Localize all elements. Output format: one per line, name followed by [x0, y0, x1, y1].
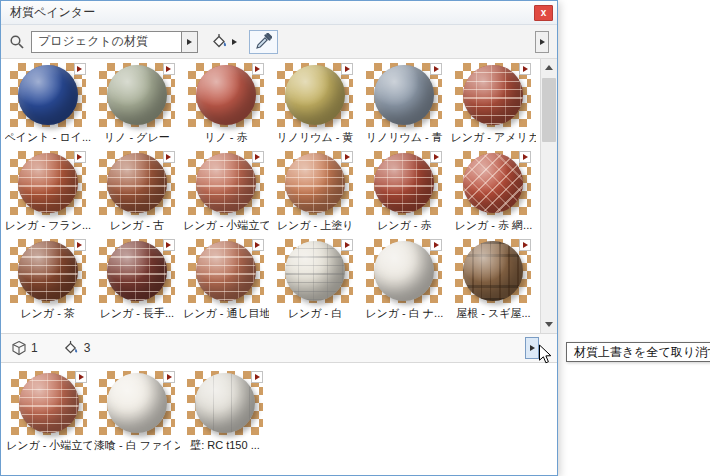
material-corner-flyout-icon[interactable] [519, 63, 531, 75]
material-label: レンガ - 古 [94, 218, 180, 232]
material-sphere [463, 241, 523, 301]
material-label: レンガ - 白 ナ... [361, 306, 447, 320]
material-label: リノリウム - 黄 [272, 130, 358, 144]
material-corner-flyout-icon[interactable] [163, 371, 175, 383]
material-corner-flyout-icon[interactable] [252, 151, 264, 163]
material-item[interactable]: レンガ - フラン... [3, 151, 92, 239]
material-pattern [285, 241, 345, 301]
material-item[interactable]: リノ - グレー [92, 63, 181, 151]
material-item[interactable]: レンガ - 長手... [92, 239, 181, 327]
material-pattern [19, 373, 79, 433]
material-item[interactable]: リノリウム - 青 [360, 63, 449, 151]
search-flyout-button[interactable] [181, 31, 198, 53]
material-item[interactable]: 漆喰 - 白 ファイン [93, 371, 181, 459]
right-arrow-icon [540, 39, 545, 45]
material-sphere [196, 153, 256, 213]
material-thumbnail [99, 371, 175, 435]
material-corner-flyout-icon[interactable] [430, 239, 442, 251]
material-corner-flyout-icon[interactable] [163, 151, 175, 163]
material-label: 屋根 - スギ屋... [450, 306, 536, 320]
material-thumbnail [187, 371, 263, 435]
material-corner-flyout-icon[interactable] [163, 239, 175, 251]
material-item[interactable]: 屋根 - スギ屋... [449, 239, 538, 327]
material-corner-flyout-icon[interactable] [74, 63, 86, 75]
overrides-flyout-button[interactable] [525, 337, 539, 359]
status-bar: 1 3 [1, 333, 557, 363]
material-item[interactable]: レンガ - 白 ナ... [360, 239, 449, 327]
material-corner-flyout-icon[interactable] [519, 151, 531, 163]
material-corner-flyout-icon[interactable] [341, 63, 353, 75]
material-pattern [107, 153, 167, 213]
material-corner-flyout-icon[interactable] [430, 63, 442, 75]
material-pattern [18, 153, 78, 213]
material-label: リノリウム - 青 [361, 130, 447, 144]
material-corner-flyout-icon[interactable] [74, 151, 86, 163]
material-item[interactable]: リノリウム - 黄 [270, 63, 359, 151]
material-thumbnail [99, 63, 175, 127]
bucket-count-icon [62, 340, 80, 356]
scrollbar-track[interactable] [541, 76, 557, 316]
material-pattern [18, 241, 78, 301]
material-corner-flyout-icon[interactable] [251, 371, 263, 383]
material-item[interactable]: レンガ - アメリカ... [449, 63, 538, 151]
dialog-title: 材質ペインター [10, 4, 534, 21]
material-item[interactable]: ペイント - ロイ... [3, 63, 92, 151]
material-corner-flyout-icon[interactable] [163, 63, 175, 75]
titlebar[interactable]: 材質ペインター x [1, 1, 557, 25]
material-pattern [463, 153, 523, 213]
material-thumbnail [10, 151, 86, 215]
material-library: ペイント - ロイ...リノ - グレーリノ - 赤リノリウム - 黄リノリウム… [1, 59, 557, 333]
search-input[interactable] [31, 31, 181, 53]
material-grid: ペイント - ロイ...リノ - グレーリノ - 赤リノリウム - 黄リノリウム… [1, 59, 540, 333]
scrollbar-thumb[interactable] [542, 78, 556, 142]
material-item[interactable]: レンガ - 通し目地 [181, 239, 270, 327]
material-item[interactable]: リノ - 赤 [181, 63, 270, 151]
material-sphere [107, 373, 167, 433]
material-label: レンガ - 長手... [94, 306, 180, 320]
eyedropper-button[interactable] [249, 30, 278, 54]
material-label: リノ - 赤 [183, 130, 269, 144]
material-corner-flyout-icon[interactable] [519, 239, 531, 251]
material-item[interactable]: レンガ - 白 [270, 239, 359, 327]
material-thumbnail [188, 63, 264, 127]
right-arrow-icon [530, 345, 535, 351]
material-corner-flyout-icon[interactable] [430, 151, 442, 163]
element-cube-icon [11, 340, 27, 356]
material-thumbnail [99, 151, 175, 215]
screen: 材質ペインター x [0, 0, 710, 476]
material-thumbnail [455, 151, 531, 215]
material-item[interactable]: レンガ - 古 [92, 151, 181, 239]
material-thumbnail [10, 239, 86, 303]
vertical-scrollbar[interactable] [540, 59, 557, 333]
material-corner-flyout-icon[interactable] [341, 151, 353, 163]
material-item[interactable]: レンガ - 赤 網... [449, 151, 538, 239]
material-item[interactable]: レンガ - 上塗り [270, 151, 359, 239]
paint-bucket-button[interactable] [204, 30, 243, 54]
material-corner-flyout-icon[interactable] [75, 371, 87, 383]
material-thumbnail [277, 63, 353, 127]
material-corner-flyout-icon[interactable] [252, 239, 264, 251]
material-thumbnail [366, 63, 442, 127]
material-item[interactable]: レンガ - 赤 [360, 151, 449, 239]
material-sphere [374, 153, 434, 213]
library-flyout-button[interactable] [535, 31, 549, 53]
material-item[interactable]: レンガ - 小端立て [5, 371, 93, 459]
material-label: 壁: RC t150 ... [182, 438, 268, 452]
material-item[interactable]: 壁: RC t150 ... [181, 371, 269, 459]
close-button[interactable]: x [534, 5, 553, 21]
material-item[interactable]: レンガ - 小端立て [181, 151, 270, 239]
material-thumbnail [11, 371, 87, 435]
material-label: ペイント - ロイ... [5, 130, 91, 144]
scroll-up-button[interactable] [541, 59, 557, 76]
tooltip: 材質上書きを全て取り消す [566, 342, 710, 362]
material-label: レンガ - 小端立て [183, 218, 269, 232]
material-sphere [196, 65, 256, 125]
scroll-down-button[interactable] [541, 316, 557, 333]
material-corner-flyout-icon[interactable] [74, 239, 86, 251]
material-corner-flyout-icon[interactable] [252, 63, 264, 75]
material-label: レンガ - アメリカ... [450, 130, 536, 144]
material-corner-flyout-icon[interactable] [341, 239, 353, 251]
material-item[interactable]: レンガ - 茶 [3, 239, 92, 327]
material-sphere [285, 153, 345, 213]
material-pattern [374, 153, 434, 213]
